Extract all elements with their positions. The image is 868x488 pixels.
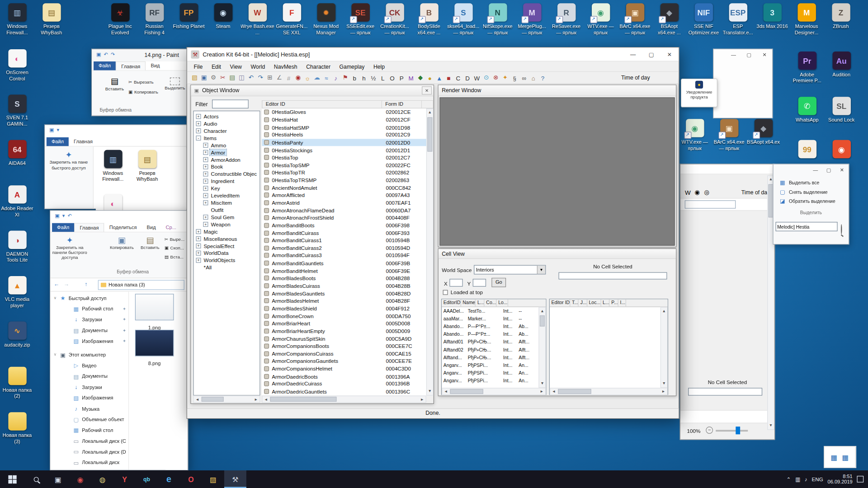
zoom-slider-thumb[interactable] <box>736 427 740 434</box>
search-input[interactable] <box>776 222 838 231</box>
x-input[interactable] <box>449 279 462 286</box>
sidebar-item[interactable]: ▤ Документы ✦ <box>50 325 128 336</box>
list-vertical-scrollbar[interactable]: ▲ ▼ <box>426 108 434 396</box>
toolbar-icon[interactable]: C <box>453 73 463 83</box>
maximize-button[interactable]: ▢ <box>741 49 757 60</box>
quick-access-icon[interactable]: ▾ <box>62 213 65 218</box>
toolbar-icon[interactable]: ↷ <box>256 73 265 83</box>
tree-item[interactable]: + MiscItem <box>194 199 260 206</box>
table-row[interactable]: 0HestiaTopTR 02002862 <box>262 169 427 177</box>
toolbar-icon[interactable]: P <box>397 73 406 83</box>
toolbar-icon[interactable]: ↶ <box>246 73 256 83</box>
table-row[interactable]: ArmorBriarHeart 0005D008 <box>262 320 427 328</box>
expand-toggle-icon[interactable]: + <box>196 236 201 241</box>
table-row[interactable]: ArmorCompanionsGauntlets 000CEE7E <box>262 357 427 365</box>
toolbar-icon[interactable]: ½ <box>369 73 378 83</box>
ref-list-vertical-scrollbar[interactable]: ▲ ▼ <box>660 307 668 388</box>
sidebar-item[interactable]: ▭ Локальный диск (C: <box>50 436 128 446</box>
scroll-left-icon[interactable]: ◄ <box>194 396 201 402</box>
toolbar-icon[interactable]: ◎ <box>702 188 712 197</box>
object-window[interactable]: ▣ Object Window ✕ Filter + Actors + Audi… <box>190 84 434 404</box>
toolbar-icon[interactable]: b <box>350 73 359 83</box>
ribbon-tab[interactable]: Файл <box>52 223 74 232</box>
desktop-icon[interactable]: ▤ Резерв WhyBash <box>34 2 69 46</box>
file-item[interactable]: 1.png <box>133 294 175 331</box>
desktop-icon[interactable]: Z ZBrush <box>824 2 858 46</box>
copy-button[interactable]: ▣ Копировать <box>106 235 138 250</box>
file-item[interactable]: 8.png <box>133 330 175 367</box>
background-creation-kit-window[interactable]: W◉◎ Time of day No Cell Selected 100% − … <box>680 164 775 440</box>
table-row[interactable]: 0HestiaStockings 020012D1 <box>262 146 427 154</box>
menu-item[interactable]: File <box>189 63 207 69</box>
table-row[interactable]: ArmorBanditGauntlets 0006F39B <box>262 259 427 267</box>
tree-item[interactable]: + Key <box>194 185 260 192</box>
taskbar-app[interactable]: O <box>180 470 202 488</box>
expand-toggle-icon[interactable] <box>196 265 201 270</box>
desktop-icon[interactable]: S skse64_load... — ярлык <box>446 2 481 46</box>
paste-button[interactable]: ▤ Вставить <box>137 235 163 250</box>
expand-toggle-icon[interactable]: + <box>196 114 201 119</box>
toolbar-icon[interactable]: ⊗ <box>491 73 500 83</box>
column-header[interactable]: Editor ID <box>550 299 570 306</box>
table-row[interactable]: 0HestiaHat 020012CF <box>262 116 427 124</box>
filter-input[interactable] <box>212 99 249 108</box>
taskbar-app[interactable]: ▨ <box>202 470 224 488</box>
file-icon[interactable]: ▤ Резерв WhyBash <box>130 148 165 192</box>
toolbar-icon[interactable]: W <box>683 188 693 197</box>
tree-item[interactable]: + Ingredient <box>194 178 260 185</box>
desktop-icon[interactable]: A Adobe Reader XI <box>0 184 34 228</box>
background-window[interactable]: — ▢ ✕ <box>713 49 773 118</box>
sidebar-item[interactable]: ▦ Рабочий стол ✦ <box>50 304 128 314</box>
render-window[interactable]: Render Window <box>438 84 677 247</box>
toolbar-icon[interactable]: § <box>510 73 519 83</box>
ribbon-small-button[interactable]: ▣Скоп... <box>165 244 185 253</box>
desktop-icon[interactable]: B BodySlide x64.exe ... <box>412 2 446 46</box>
menu-item[interactable]: World <box>246 63 269 69</box>
zoom-slider-track[interactable] <box>716 430 748 432</box>
explorer-small-window[interactable]: ▣▾ ФайлГлавная ✦ Закрепить на пане быстр… <box>44 125 187 209</box>
menu-item[interactable]: ▢ Снять выделение <box>774 187 849 197</box>
tree-item[interactable]: Outfit <box>194 206 260 214</box>
zoom-out-button[interactable]: − <box>706 427 713 434</box>
menu-item[interactable]: View <box>226 63 246 69</box>
titlebar[interactable]: ⚒ Creation Kit 64-bit - [[Melodic] Hesti… <box>187 47 679 61</box>
table-row[interactable]: AncientNordAmulet 000CC842 <box>262 184 427 192</box>
desktop-icon[interactable]: ▣ BArC x64.exe — ярлык <box>712 117 746 162</box>
copy-button[interactable]: ▣Копировать <box>128 89 158 94</box>
toolbar-icon[interactable]: ◆ <box>416 73 425 83</box>
expand-toggle-icon[interactable]: + <box>196 229 201 234</box>
scroll-left-icon[interactable]: ◄ <box>262 396 269 402</box>
paste-button[interactable]: ▤ Вставить <box>104 76 126 91</box>
desktop-icon[interactable]: FP Fishing Planet <box>172 2 206 46</box>
desktop-icon[interactable]: ◉ WTV.exe — ярлык <box>678 117 712 162</box>
column-header[interactable]: J... <box>579 299 587 306</box>
ribbon-tab[interactable]: Главная <box>116 61 146 70</box>
tray-volume-icon[interactable]: ♪ <box>805 476 807 482</box>
quick-access-icon[interactable]: ↶ <box>67 213 71 218</box>
cell-row[interactable]: Abando...Р—Р°Р±...Int...Ab... <box>442 323 539 330</box>
quick-access-icon[interactable]: ▣ <box>96 52 101 57</box>
desktop-icon[interactable]: ✹ Nexus Mod Manager <box>309 2 343 46</box>
tray-overflow-popup[interactable]: ▦▦ <box>824 446 856 468</box>
cell-row[interactable]: Alftand...РђР»СЊ...Int...Alft... <box>442 353 539 361</box>
column-header[interactable]: Lo... <box>497 299 508 306</box>
quick-access-icon[interactable]: ▾ <box>57 127 60 133</box>
expand-toggle-icon[interactable]: + <box>196 251 201 256</box>
explorer-titlebar[interactable]: ▣▾ <box>45 125 186 137</box>
desktop-icon[interactable]: 64 AIDA64 <box>0 138 34 183</box>
toolbar-icon[interactable]: O <box>387 73 397 83</box>
column-header[interactable]: L... <box>476 299 484 306</box>
desktop-icon[interactable]: ▥ Windows Firewall... <box>0 2 34 46</box>
table-row[interactable]: ArmorBanditCuirass 0006F393 <box>262 229 427 237</box>
column-header[interactable]: T... <box>570 299 579 306</box>
table-row[interactable]: ArmorBladesGauntlets 0004B28D <box>262 290 427 297</box>
table-row[interactable]: ArmorAstrid 0007EAF1 <box>262 199 427 206</box>
desktop-icon[interactable]: ◆ BSAopt x64.exe ... <box>652 2 686 46</box>
desktop-icon[interactable]: 3 3ds Max 2016 <box>755 2 789 46</box>
explorer-window[interactable]: ▣▾↶ ФайлГлавнаяПоделитьсяВидСр... ✦ Закр… <box>50 210 188 470</box>
expand-toggle-icon[interactable]: + <box>196 121 201 126</box>
table-row[interactable]: ArmorCompanionsCuirass 000CAE15 <box>262 350 427 357</box>
expand-toggle-icon[interactable]: + <box>196 244 201 249</box>
ref-list-horizontal-scrollbar[interactable]: ◄ ► <box>550 388 668 395</box>
tree-item[interactable]: + Ammo <box>194 141 260 149</box>
